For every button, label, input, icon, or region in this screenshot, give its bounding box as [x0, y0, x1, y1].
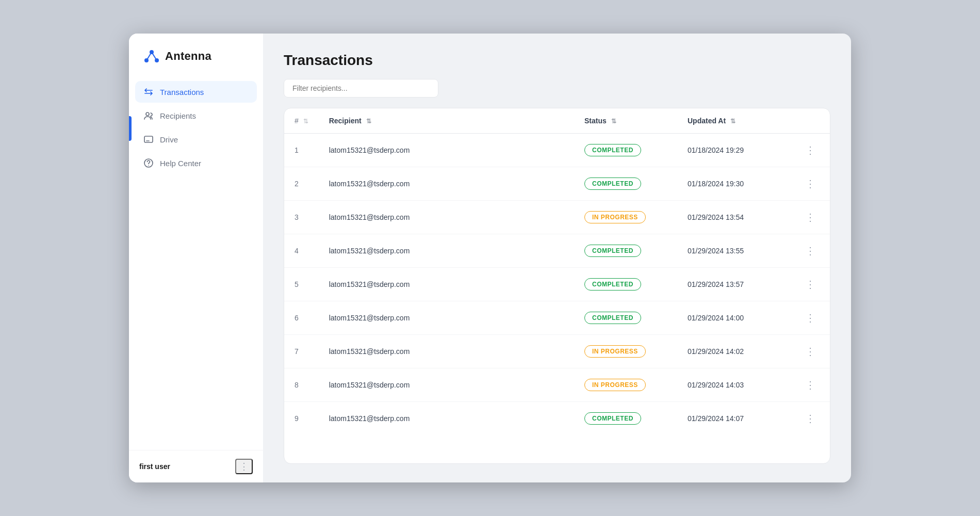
- cell-status: COMPLETED: [574, 402, 677, 436]
- cell-recipient: latom15321@tsderp.com: [319, 167, 574, 201]
- cell-status: IN PROGRESS: [574, 335, 677, 368]
- status-badge: COMPLETED: [584, 245, 641, 257]
- svg-line-4: [152, 52, 157, 60]
- cell-recipient: latom15321@tsderp.com: [319, 301, 574, 335]
- cell-num: 3: [284, 201, 319, 234]
- cell-actions: ⋮: [791, 234, 830, 268]
- cell-recipient: latom15321@tsderp.com: [319, 234, 574, 268]
- cell-updated: 01/18/2024 19:30: [677, 167, 791, 201]
- cell-updated: 01/29/2024 13:54: [677, 201, 791, 234]
- table-row: 9 latom15321@tsderp.com COMPLETED 01/29/…: [284, 402, 830, 436]
- row-more-button[interactable]: ⋮: [801, 143, 820, 157]
- cell-num: 1: [284, 134, 319, 167]
- svg-rect-6: [144, 136, 153, 142]
- cell-updated: 01/29/2024 14:00: [677, 301, 791, 335]
- cell-updated: 01/29/2024 13:57: [677, 268, 791, 301]
- cell-num: 9: [284, 402, 319, 436]
- logo-text: Antenna: [165, 50, 211, 63]
- table-row: 5 latom15321@tsderp.com COMPLETED 01/29/…: [284, 268, 830, 301]
- sidebar-item-transactions[interactable]: Transactions: [135, 81, 257, 103]
- cell-actions: ⋮: [791, 368, 830, 402]
- cell-actions: ⋮: [791, 201, 830, 234]
- row-more-button[interactable]: ⋮: [801, 378, 820, 392]
- sidebar-item-drive-label: Drive: [160, 135, 178, 144]
- cell-updated: 01/29/2024 14:07: [677, 402, 791, 436]
- row-more-button[interactable]: ⋮: [801, 176, 820, 191]
- row-more-button[interactable]: ⋮: [801, 344, 820, 359]
- sort-num-icon[interactable]: ⇅: [303, 118, 308, 125]
- cell-recipient: latom15321@tsderp.com: [319, 268, 574, 301]
- cell-actions: ⋮: [791, 335, 830, 368]
- row-more-button[interactable]: ⋮: [801, 244, 820, 258]
- row-more-button[interactable]: ⋮: [801, 411, 820, 426]
- cell-actions: ⋮: [791, 301, 830, 335]
- col-actions: [791, 108, 830, 134]
- cell-num: 5: [284, 268, 319, 301]
- sort-recipient-icon[interactable]: ⇅: [366, 118, 371, 125]
- user-name: first user: [139, 462, 170, 471]
- cell-status: COMPLETED: [574, 301, 677, 335]
- main-content: Transactions # ⇅ Recipient ⇅: [263, 34, 851, 482]
- cell-updated: 01/18/2024 19:29: [677, 134, 791, 167]
- help-icon: [143, 158, 154, 168]
- sort-status-icon[interactable]: ⇅: [611, 118, 616, 125]
- table-row: 4 latom15321@tsderp.com COMPLETED 01/29/…: [284, 234, 830, 268]
- sidebar-item-transactions-label: Transactions: [160, 88, 204, 96]
- cell-recipient: latom15321@tsderp.com: [319, 368, 574, 402]
- cell-updated: 01/29/2024 14:03: [677, 368, 791, 402]
- sidebar: Antenna Transactions Recipients: [129, 34, 263, 482]
- table-row: 6 latom15321@tsderp.com COMPLETED 01/29/…: [284, 301, 830, 335]
- app-window: Antenna Transactions Recipients: [129, 34, 851, 482]
- svg-point-5: [146, 112, 149, 116]
- filter-bar: [284, 79, 830, 98]
- sidebar-item-drive[interactable]: Drive: [135, 128, 257, 150]
- sidebar-nav: Transactions Recipients Drive: [129, 81, 263, 450]
- sidebar-item-help-label: Help Center: [160, 159, 201, 168]
- sort-updated-icon[interactable]: ⇅: [730, 118, 736, 125]
- col-updated: Updated At ⇅: [677, 108, 791, 134]
- cell-updated: 01/29/2024 14:02: [677, 335, 791, 368]
- recipients-icon: [143, 110, 154, 121]
- cell-recipient: latom15321@tsderp.com: [319, 402, 574, 436]
- status-badge: IN PROGRESS: [584, 379, 646, 391]
- sidebar-active-indicator: [129, 116, 132, 141]
- row-more-button[interactable]: ⋮: [801, 210, 820, 224]
- filter-input[interactable]: [284, 79, 438, 98]
- sidebar-footer: first user ⋮: [129, 450, 263, 482]
- table-header: # ⇅ Recipient ⇅ Status ⇅ Updated At: [284, 108, 830, 134]
- row-more-button[interactable]: ⋮: [801, 311, 820, 325]
- cell-status: IN PROGRESS: [574, 368, 677, 402]
- status-badge: COMPLETED: [584, 278, 641, 291]
- cell-updated: 01/29/2024 13:55: [677, 234, 791, 268]
- cell-status: COMPLETED: [574, 234, 677, 268]
- cell-num: 7: [284, 335, 319, 368]
- row-more-button[interactable]: ⋮: [801, 277, 820, 292]
- cell-recipient: latom15321@tsderp.com: [319, 201, 574, 234]
- col-status: Status ⇅: [574, 108, 677, 134]
- svg-line-3: [146, 52, 152, 60]
- table-row: 8 latom15321@tsderp.com IN PROGRESS 01/2…: [284, 368, 830, 402]
- logo-icon: [143, 48, 160, 64]
- sidebar-item-recipients[interactable]: Recipients: [135, 105, 257, 126]
- cell-actions: ⋮: [791, 134, 830, 167]
- cell-num: 4: [284, 234, 319, 268]
- user-more-button[interactable]: ⋮: [235, 459, 253, 474]
- cell-status: COMPLETED: [574, 268, 677, 301]
- cell-recipient: latom15321@tsderp.com: [319, 335, 574, 368]
- drive-icon: [143, 134, 154, 144]
- logo: Antenna: [129, 48, 263, 81]
- cell-status: IN PROGRESS: [574, 201, 677, 234]
- cell-status: COMPLETED: [574, 167, 677, 201]
- cell-recipient: latom15321@tsderp.com: [319, 134, 574, 167]
- cell-num: 6: [284, 301, 319, 335]
- cell-status: COMPLETED: [574, 134, 677, 167]
- status-badge: COMPLETED: [584, 412, 641, 425]
- col-recipient: Recipient ⇅: [319, 108, 574, 134]
- table-row: 2 latom15321@tsderp.com COMPLETED 01/18/…: [284, 167, 830, 201]
- cell-actions: ⋮: [791, 167, 830, 201]
- sidebar-item-help[interactable]: Help Center: [135, 152, 257, 174]
- status-badge: COMPLETED: [584, 144, 641, 156]
- cell-num: 2: [284, 167, 319, 201]
- svg-point-8: [148, 165, 149, 166]
- status-badge: COMPLETED: [584, 312, 641, 324]
